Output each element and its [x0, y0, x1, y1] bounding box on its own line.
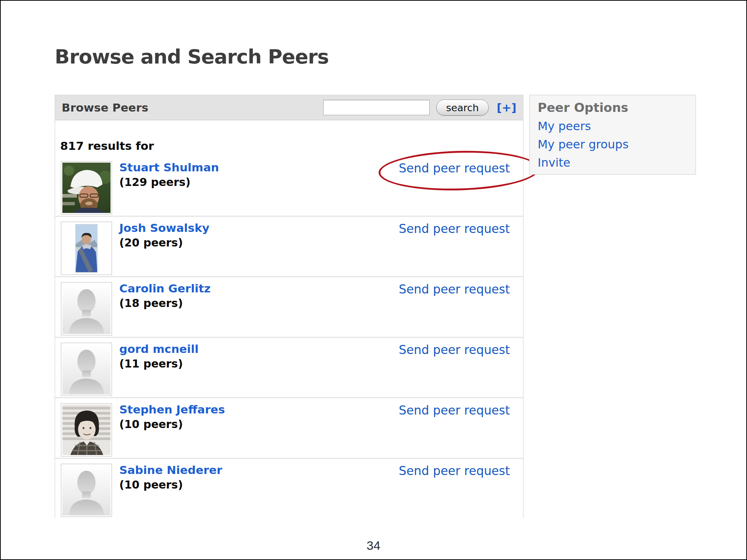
peer-count: (18 peers) [119, 297, 399, 310]
peer-count: (20 peers) [119, 236, 399, 249]
panel-title: Browse Peers [62, 101, 148, 114]
expand-link[interactable]: [+] [497, 101, 516, 114]
peer-row-stuart-shulman: Stuart Shulman (129 peers) Send peer req… [55, 156, 523, 217]
peer-row-sabine-niederer: Sabine Niederer (10 peers) Send peer req… [55, 459, 523, 518]
placeholder-avatar-icon [62, 465, 111, 516]
peer-info: Carolin Gerlitz (18 peers) [119, 282, 399, 310]
peer-options-title: Peer Options [538, 100, 696, 115]
peer-name-link[interactable]: Stephen Jeffares [119, 403, 225, 416]
peer-count: (10 peers) [119, 418, 399, 431]
send-peer-request-link[interactable]: Send peer request [399, 404, 510, 417]
josh-sowalsky-photo [62, 223, 111, 273]
peer-row-carolin-gerlitz: Carolin Gerlitz (18 peers) Send peer req… [55, 277, 523, 338]
search-button[interactable]: search [436, 100, 489, 116]
send-peer-request-link[interactable]: Send peer request [399, 283, 510, 296]
peer-name-link[interactable]: gord mcneill [119, 343, 198, 356]
sidebar-link-my-peer-groups[interactable]: My peer groups [538, 135, 696, 153]
peer-avatar-photo[interactable] [61, 161, 112, 214]
peer-count: (11 peers) [119, 357, 399, 370]
stuart-shulman-photo [62, 163, 111, 213]
browse-peers-panel: Browse Peers search [+] 817 results for [55, 95, 523, 518]
peer-row-gord-mcneill: gord mcneill (11 peers) Send peer reques… [55, 338, 523, 398]
send-peer-request-link[interactable]: Send peer request [399, 464, 510, 478]
peer-options-sidebar: Peer Options My peers My peer groups Inv… [529, 95, 696, 175]
send-peer-request-link[interactable]: Send peer request [399, 343, 510, 357]
peer-avatar-placeholder[interactable] [61, 464, 112, 517]
peer-avatar-placeholder[interactable] [61, 343, 112, 396]
sidebar-link-my-peers[interactable]: My peers [538, 117, 696, 135]
peer-avatar-placeholder[interactable] [61, 282, 112, 335]
page-title: Browse and Search Peers [55, 45, 329, 68]
peer-avatar-photo[interactable] [61, 222, 112, 275]
slide-page-number: 34 [1, 538, 746, 553]
peer-info: gord mcneill (11 peers) [119, 343, 399, 370]
placeholder-avatar-icon [62, 284, 111, 334]
peer-count: (10 peers) [119, 478, 399, 491]
peer-name-link[interactable]: Sabine Niederer [119, 464, 222, 477]
results-panel: 817 results for [55, 120, 523, 518]
peer-info: Sabine Niederer (10 peers) [119, 464, 399, 491]
send-peer-request-link[interactable]: Send peer request [399, 162, 510, 175]
peer-name-link[interactable]: Carolin Gerlitz [119, 282, 210, 295]
peer-info: Stephen Jeffares (10 peers) [119, 403, 399, 431]
peer-avatar-photo[interactable] [61, 403, 112, 456]
presentation-slide: Browse and Search Peers Browse Peers sea… [0, 0, 747, 560]
results-count: 817 results for [55, 120, 523, 156]
send-peer-request-link[interactable]: Send peer request [399, 222, 510, 236]
sidebar-link-invite[interactable]: Invite [538, 153, 696, 172]
stephen-jeffares-photo [62, 405, 111, 455]
peer-row-stephen-jeffares: Stephen Jeffares (10 peers) Send peer re… [55, 398, 523, 459]
peer-count: (129 peers) [119, 176, 399, 188]
peer-info: Stuart Shulman (129 peers) [119, 161, 399, 188]
placeholder-avatar-icon [62, 344, 111, 394]
peer-info: Josh Sowalsky (20 peers) [119, 222, 399, 249]
search-input[interactable] [323, 100, 430, 115]
peer-row-josh-sowalsky: Josh Sowalsky (20 peers) Send peer reque… [55, 217, 523, 277]
browse-peers-header-bar: Browse Peers search [+] [55, 95, 523, 120]
peer-name-link[interactable]: Stuart Shulman [119, 161, 219, 174]
peer-name-link[interactable]: Josh Sowalsky [119, 222, 209, 235]
